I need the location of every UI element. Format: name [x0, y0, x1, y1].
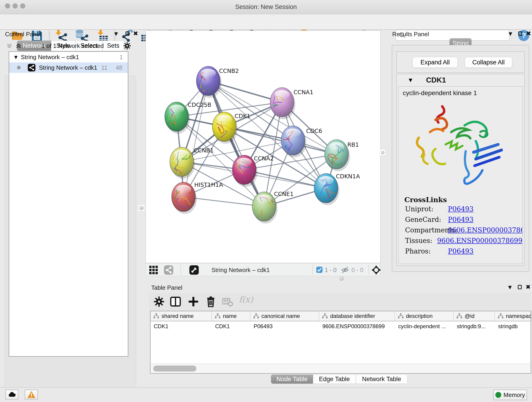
cloud-icon	[8, 390, 16, 399]
column-header-label: canonical name	[261, 313, 300, 319]
crosslink-link[interactable]: P06493	[448, 216, 474, 223]
table-hscrollbar-thumb[interactable]	[153, 366, 196, 371]
cloud-button[interactable]	[5, 390, 18, 400]
column-header-canonical-name[interactable]: canonical name	[250, 311, 319, 321]
results-panel-close-icon[interactable]: ✖	[526, 30, 531, 37]
add-column-icon[interactable]	[188, 296, 199, 307]
network-node-cdc6[interactable]	[278, 125, 306, 158]
gene-symbol: CDK1	[426, 76, 446, 84]
control-panel-float-icon[interactable]	[126, 32, 129, 36]
node-label-ccnb1: CCNB1	[194, 147, 214, 154]
network-selection-status: 1 of 1 Network selected	[22, 42, 123, 50]
delete-column-icon[interactable]	[205, 296, 216, 307]
results-panel-title: Results Panel	[392, 31, 429, 38]
expand-all-button[interactable]: Expand All	[412, 57, 458, 68]
network-collection-row[interactable]: ▼ String Network – cdk1 1	[9, 52, 128, 62]
right-splitter-handle[interactable]	[380, 149, 386, 156]
expand-collapse-box: Expand All Collapse All	[396, 51, 525, 73]
bottom-splitter-handle[interactable]	[340, 277, 344, 281]
memory-button[interactable]: Memory	[493, 390, 527, 400]
crosslink-link[interactable]: P06493	[448, 205, 474, 213]
crosslinks-list: Uniprot:P06493GeneCard:P06493Compartment…	[399, 204, 522, 256]
node-table-header: shared namenamecanonical namedatabase id…	[151, 311, 531, 321]
network-node-cdc25b[interactable]	[165, 102, 190, 134]
string-network-icon	[27, 64, 36, 72]
left-splitter-handle[interactable]	[138, 204, 145, 211]
network-status-dot	[17, 66, 21, 70]
table-hscrollbar[interactable]	[151, 364, 530, 373]
crosslink-label: Pharos:	[399, 247, 448, 255]
crosslink-link[interactable]: 9606.ENSP00000378699	[448, 226, 523, 234]
crosslink-link[interactable]: 9606.ENSP00000378699	[437, 237, 522, 245]
network-node-count: 11	[101, 64, 108, 71]
network-canvas[interactable]: CCNB2CCNA1CDC25BCDK1CDC6RB1CCNB1CCNA2HIS…	[146, 31, 380, 263]
network-options-gear-icon[interactable]	[123, 42, 131, 50]
crosslink-label: Compartments:	[399, 226, 448, 234]
statusbar-separator	[368, 265, 369, 275]
tab-edge-table[interactable]: Edge Table	[313, 375, 356, 384]
network-node-rb1[interactable]	[325, 140, 350, 171]
column-header-label: @id	[465, 313, 475, 319]
table-toolbar: f(x)	[148, 293, 531, 310]
expand-all-icon[interactable]	[15, 42, 22, 49]
tab-network-table[interactable]: Network Table	[356, 375, 407, 384]
status-footer: Memory	[0, 387, 532, 402]
column-header-name[interactable]: name	[212, 311, 250, 321]
table-cell: stringdb	[495, 321, 532, 332]
warning-button[interactable]	[25, 390, 38, 400]
tab-node-table[interactable]: Node Table	[271, 375, 313, 384]
window-titlebar: Session: New Session	[0, 0, 532, 14]
network-list: ▼ String Network – cdk1 1 String Network…	[9, 51, 128, 357]
column-header-namespace[interactable]: namespace	[495, 311, 532, 321]
column-header-shared-name[interactable]: shared name	[151, 311, 212, 321]
node-label-ccne1: CCNE1	[274, 191, 293, 197]
collapse-all-button[interactable]: Collapse All	[465, 57, 512, 68]
network-node-hist1h1a[interactable]	[166, 182, 197, 214]
table-panel-float-icon[interactable]	[518, 285, 522, 289]
network-node-ccnb1[interactable]	[170, 147, 195, 179]
node-label-hist1h1a: HIST1H1A	[194, 182, 223, 188]
table-panel: Table Panel ▼ ✖	[148, 284, 532, 387]
control-panel-title: Control Panel	[5, 31, 41, 38]
results-panel-float-icon[interactable]	[518, 32, 522, 36]
hidden-eye-slash-icon[interactable]	[341, 266, 349, 274]
crosslink-link[interactable]: P06493	[448, 247, 474, 255]
results-panel-menu-icon[interactable]: ▼	[509, 31, 512, 36]
column-header-label: database identifier	[330, 313, 375, 319]
grid-view-icon[interactable]	[149, 265, 158, 274]
gene-entry-header[interactable]: ▼ CDK1	[397, 74, 524, 86]
crosslink-label: GeneCard:	[399, 216, 448, 223]
show-columns-icon[interactable]	[170, 296, 181, 307]
delete-table-icon-disabled	[222, 296, 233, 307]
column-header--id[interactable]: @id	[454, 311, 495, 321]
table-options-gear-icon[interactable]	[153, 296, 165, 307]
gene-disclosure-icon[interactable]: ▼	[409, 77, 412, 83]
column-header-description[interactable]: description	[395, 311, 454, 321]
table-panel-title: Table Panel	[151, 284, 182, 291]
birdseye-crosshair-icon[interactable]	[371, 265, 381, 275]
node-label-ccnb2: CCNB2	[219, 68, 239, 74]
protein-structure-image	[407, 99, 515, 195]
network-view-statusbar: String Network – cdk1 1 - 0 0 - 0	[146, 263, 380, 276]
table-row[interactable]: CDK1CDK1P064939606.ENSP00000378699cyclin…	[151, 321, 531, 332]
memory-status-dot	[495, 392, 501, 398]
hidden-counts: 0 - 0	[351, 267, 363, 274]
table-panel-close-icon[interactable]: ✖	[526, 283, 531, 290]
network-row[interactable]: String Network – cdk1 11 48	[9, 62, 128, 73]
node-label-ccna2: CCNA2	[254, 155, 274, 162]
crosslink-row: Tissues:9606.ENSP00000378699	[399, 235, 522, 246]
network-node-ccna1[interactable]	[267, 88, 295, 121]
table-panel-menu-icon[interactable]: ▼	[508, 284, 512, 290]
string-view-icon[interactable]	[164, 265, 174, 275]
collection-disclosure-icon[interactable]: ▼	[14, 55, 18, 60]
collapse-all-icon[interactable]	[6, 42, 13, 49]
crosslink-row: Uniprot:P06493	[399, 204, 522, 214]
control-panel-close-icon[interactable]: ✖	[133, 30, 138, 37]
selected-checkbox-icon[interactable]	[316, 266, 323, 273]
column-header-database-identifier[interactable]: database identifier	[319, 311, 395, 321]
crosslink-row: GeneCard:P06493	[399, 214, 522, 225]
control-panel: Control Panel ▼ ✖ NetworkStyleSelectSets…	[3, 30, 138, 375]
network-edge-count: 48	[116, 64, 122, 71]
control-panel-menu-icon[interactable]: ▼	[114, 31, 118, 36]
detach-view-icon[interactable]	[189, 265, 199, 275]
